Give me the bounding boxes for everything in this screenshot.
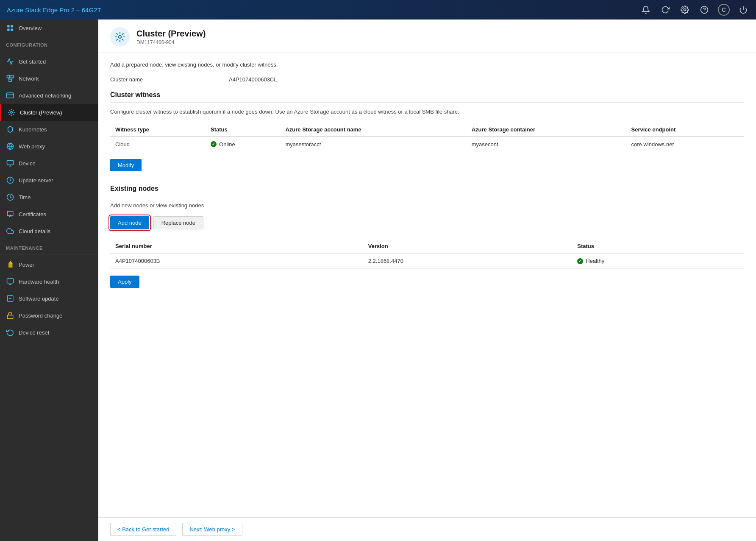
node-version-cell: 2.2.1868.4470	[363, 253, 573, 269]
svg-rect-5	[11, 25, 13, 27]
sidebar-item-time[interactable]: Time	[0, 189, 98, 206]
sidebar-time-label: Time	[19, 194, 31, 201]
sidebar-item-certificates[interactable]: Certificates	[0, 206, 98, 223]
cluster-witness-desc: Configure cluster witness to establish q…	[110, 108, 744, 116]
sidebar-update-server-label: Update server	[19, 177, 53, 184]
sidebar-cloud-details-label: Cloud details	[19, 228, 50, 234]
sidebar-item-software-update[interactable]: Software update	[0, 290, 98, 307]
cluster-name-row: Cluster name A4P1074000603CL	[110, 76, 744, 83]
overview-icon	[6, 24, 14, 32]
hardware-health-icon	[6, 277, 14, 286]
sidebar-item-network[interactable]: Network	[0, 70, 98, 87]
svg-rect-21	[7, 160, 14, 165]
replace-node-button[interactable]: Replace node	[153, 216, 203, 229]
cluster-name-label: Cluster name	[110, 76, 229, 83]
sidebar-item-overview[interactable]: Overview	[0, 20, 98, 36]
sidebar-item-advanced-networking[interactable]: Advanced networking	[0, 87, 98, 104]
web-proxy-icon	[6, 142, 14, 151]
sidebar-item-password-change[interactable]: Password change	[0, 307, 98, 324]
back-button[interactable]: < Back to Get started	[110, 523, 176, 536]
nodes-table: Serial number Version Status A4P10740006…	[110, 240, 744, 269]
modify-button[interactable]: Modify	[110, 159, 142, 171]
svg-rect-10	[9, 79, 11, 82]
node-serial-cell: A4P1074000603B	[110, 253, 363, 269]
witness-col-status: Status	[206, 123, 280, 137]
certificates-icon	[6, 210, 14, 218]
maintenance-section-label: MAINTENANCE	[0, 240, 98, 252]
apply-btn-row: Apply	[110, 276, 744, 288]
sidebar-get-started-label: Get started	[19, 59, 46, 65]
copyright-icon[interactable]: C	[718, 4, 730, 16]
sidebar-item-device[interactable]: Device	[0, 155, 98, 172]
cluster-icon	[7, 108, 16, 117]
sidebar-item-get-started[interactable]: Get started	[0, 53, 98, 70]
nodes-col-status: Status	[572, 240, 744, 253]
witness-col-type: Witness type	[110, 123, 206, 137]
svg-marker-18	[8, 126, 13, 133]
sidebar-cluster-label: Cluster (Preview)	[20, 109, 62, 116]
sidebar-item-power[interactable]: Power	[0, 256, 98, 273]
sidebar-item-cloud-details[interactable]: Cloud details	[0, 223, 98, 240]
svg-rect-6	[11, 29, 13, 31]
device-icon	[6, 159, 14, 167]
bell-icon[interactable]	[640, 4, 652, 16]
refresh-icon[interactable]	[659, 4, 671, 16]
witness-col-container: Azure Storage container	[467, 123, 626, 137]
witness-table-row: Cloud Online myasestoracct myasecont cor…	[110, 137, 744, 152]
sidebar-overview-label: Overview	[19, 25, 42, 31]
page-header-text: Cluster (Preview) DM1174466-904	[136, 29, 206, 45]
cloud-details-icon	[6, 227, 14, 235]
nodes-col-version: Version	[363, 240, 573, 253]
topbar: Azure Stack Edge Pro 2 – 64G2T C	[0, 0, 756, 20]
cluster-witness-title: Cluster witness	[110, 91, 744, 103]
sidebar-item-cluster[interactable]: Cluster (Preview)	[0, 104, 98, 121]
page-title: Cluster (Preview)	[136, 29, 206, 39]
sidebar-item-web-proxy[interactable]: Web proxy	[0, 138, 98, 155]
settings-icon[interactable]	[679, 4, 691, 16]
sidebar-item-update-server[interactable]: Update server	[0, 172, 98, 189]
network-icon	[6, 74, 14, 83]
power-sidebar-icon	[6, 260, 14, 269]
svg-point-17	[11, 112, 13, 114]
witness-table: Witness type Status Azure Storage accoun…	[110, 123, 744, 152]
sidebar-password-change-label: Password change	[19, 312, 62, 319]
sidebar-certificates-label: Certificates	[19, 211, 46, 218]
sidebar-software-update-label: Software update	[19, 296, 59, 302]
svg-rect-29	[7, 279, 14, 283]
witness-status-online: Online	[211, 141, 275, 148]
password-change-icon	[6, 311, 14, 320]
witness-account-cell: myasestoracct	[280, 137, 466, 152]
advanced-networking-icon	[6, 91, 14, 100]
power-icon[interactable]	[737, 4, 749, 16]
page-description: Add a prepared node, view existing nodes…	[110, 61, 744, 68]
next-button[interactable]: Next: Web proxy >	[182, 523, 242, 536]
kubernetes-icon	[6, 125, 14, 134]
svg-point-34	[119, 36, 122, 39]
svg-rect-15	[7, 93, 14, 98]
svg-marker-28	[9, 262, 12, 268]
node-status-text: Healthy	[586, 258, 604, 264]
witness-type-cell: Cloud	[110, 137, 206, 152]
sidebar-item-hardware-health[interactable]: Hardware health	[0, 273, 98, 290]
sidebar-item-kubernetes[interactable]: Kubernetes	[0, 121, 98, 138]
witness-btn-row: Modify	[110, 159, 744, 171]
witness-container-cell: myasecont	[467, 137, 626, 152]
help-icon[interactable]	[698, 4, 710, 16]
page-subtitle: DM1174466-904	[136, 39, 206, 45]
svg-rect-7	[7, 29, 9, 31]
sidebar-device-reset-label: Device reset	[19, 329, 49, 336]
svg-point-0	[684, 9, 686, 11]
update-server-icon	[6, 176, 14, 184]
software-update-icon	[6, 294, 14, 303]
add-node-button[interactable]: Add node	[110, 216, 149, 229]
node-status-cell: Healthy	[572, 253, 744, 269]
get-started-icon	[6, 57, 14, 66]
sidebar-web-proxy-label: Web proxy	[19, 143, 45, 150]
apply-button[interactable]: Apply	[110, 276, 139, 288]
svg-rect-4	[7, 25, 9, 27]
witness-status-cell: Online	[206, 137, 280, 152]
sidebar-kubernetes-label: Kubernetes	[19, 126, 47, 133]
topbar-title: Azure Stack Edge Pro 2 – 64G2T	[7, 6, 640, 14]
sidebar-item-device-reset[interactable]: Device reset	[0, 324, 98, 341]
node-status-dot	[577, 258, 583, 264]
